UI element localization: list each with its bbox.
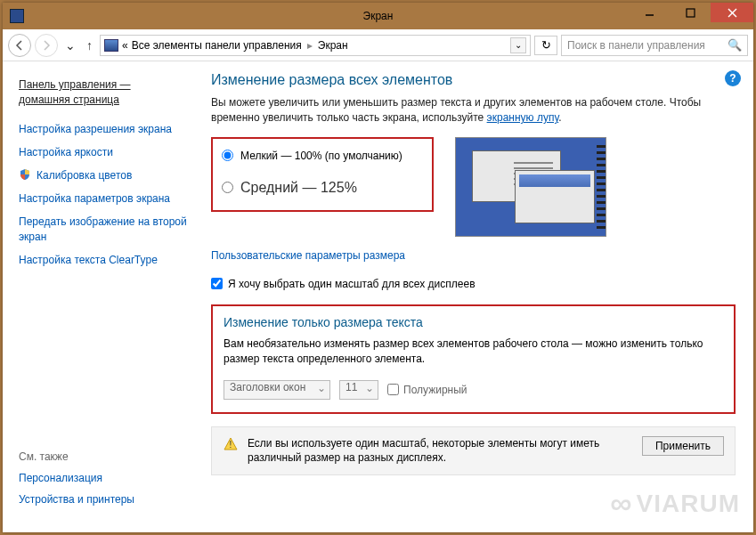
close-button[interactable] <box>711 3 753 22</box>
display-preview <box>455 137 606 237</box>
font-size-select[interactable]: 11 <box>339 380 378 400</box>
bold-checkbox[interactable] <box>387 384 399 395</box>
window-icon <box>10 9 24 23</box>
history-dropdown-icon[interactable]: ⌄ <box>61 38 79 53</box>
radio-small[interactable]: Мелкий — 100% (по умолчанию) <box>222 150 423 162</box>
bold-checkbox-row[interactable]: Полужирный <box>387 384 467 396</box>
refresh-button[interactable]: ↻ <box>534 36 557 55</box>
sidebar-link-resolution[interactable]: Настройка разрешения экрана <box>19 122 191 136</box>
breadcrumb-prefix[interactable]: « <box>122 39 128 52</box>
maximize-button[interactable] <box>670 3 711 22</box>
window-title: Экран <box>363 10 394 22</box>
text-size-heading: Изменение только размера текста <box>224 315 723 329</box>
link-devices-printers[interactable]: Устройства и принтеры <box>19 493 191 506</box>
scale-options-row: Мелкий — 100% (по умолчанию) Средний — 1… <box>211 137 736 237</box>
search-icon[interactable]: 🔍 <box>728 38 742 52</box>
scale-radio-group: Мелкий — 100% (по умолчанию) Средний — 1… <box>211 137 434 212</box>
help-icon[interactable]: ? <box>725 70 741 86</box>
sidebar: Панель управления — домашняя страница На… <box>3 61 199 532</box>
radio-medium[interactable]: Средний — 125% <box>222 180 423 196</box>
shield-icon <box>19 168 31 181</box>
chevron-right-icon: ▸ <box>307 39 313 52</box>
search-input[interactable]: Поиск в панели управления 🔍 <box>561 35 748 56</box>
sidebar-link-project[interactable]: Передать изображение на второй экран <box>19 215 191 243</box>
warning-icon: ! <box>223 436 239 452</box>
breadcrumb-all-items[interactable]: Все элементы панели управления <box>132 39 302 52</box>
minimize-button[interactable] <box>629 3 670 22</box>
text-size-controls: Заголовки окон 11 Полужирный <box>224 380 723 400</box>
warning-text: Если вы используете один масштаб, некото… <box>248 436 633 466</box>
sidebar-link-brightness[interactable]: Настройка яркости <box>19 145 191 159</box>
up-button[interactable]: ↑ <box>83 38 96 53</box>
control-panel-window: Экран ⌄ ↑ « Все элементы панели управлен… <box>3 3 753 532</box>
watermark: ∞ VIARUM <box>610 486 740 521</box>
one-scale-checkbox[interactable] <box>211 278 223 289</box>
apply-button[interactable]: Применить <box>642 436 724 456</box>
page-description: Вы можете увеличить или уменьшить размер… <box>211 95 736 126</box>
sidebar-link-cleartype[interactable]: Настройка текста ClearType <box>19 253 191 267</box>
sidebar-links: Настройка разрешения экрана Настройка яр… <box>19 122 191 276</box>
preview-filmstrip <box>597 145 606 229</box>
main-panel: Изменение размера всех элементов Вы може… <box>199 61 753 532</box>
breadcrumb-display[interactable]: Экран <box>318 39 348 52</box>
one-scale-checkbox-row[interactable]: Я хочу выбрать один масштаб для всех дис… <box>211 278 736 290</box>
see-also-section: См. также Персонализация Устройства и пр… <box>19 450 191 515</box>
magnifier-link[interactable]: экранную лупу <box>487 111 559 124</box>
text-size-section: Изменение только размера текста Вам необ… <box>211 304 736 414</box>
control-panel-home-link[interactable]: Панель управления — домашняя страница <box>19 77 191 108</box>
radio-medium-input[interactable] <box>222 182 233 193</box>
radio-small-input[interactable] <box>222 150 233 161</box>
page-heading: Изменение размера всех элементов <box>211 72 736 88</box>
preview-window-2 <box>515 170 595 223</box>
search-placeholder: Поиск в панели управления <box>567 39 705 52</box>
sidebar-link-params[interactable]: Настройка параметров экрана <box>19 191 191 206</box>
link-personalization[interactable]: Персонализация <box>19 472 191 484</box>
see-also-label: См. также <box>19 450 191 463</box>
toolbar: ⌄ ↑ « Все элементы панели управления ▸ Э… <box>3 29 753 61</box>
forward-button[interactable] <box>35 34 58 57</box>
svg-rect-1 <box>687 9 695 17</box>
titlebar: Экран <box>3 3 753 29</box>
sidebar-link-calibration[interactable]: Калибровка цветов <box>19 168 191 182</box>
watermark-logo-icon: ∞ <box>610 486 632 521</box>
text-size-desc: Вам необязательно изменять размер всех э… <box>224 336 723 368</box>
svg-text:!: ! <box>230 440 232 450</box>
element-select[interactable]: Заголовки окон <box>224 380 330 400</box>
footer-bar: ! Если вы используете один масштаб, неко… <box>211 426 736 476</box>
back-button[interactable] <box>8 34 31 57</box>
address-bar[interactable]: « Все элементы панели управления ▸ Экран… <box>100 35 531 56</box>
custom-size-link[interactable]: Пользовательские параметры размера <box>211 249 405 262</box>
content-body: ? Панель управления — домашняя страница … <box>3 61 753 532</box>
window-controls <box>629 3 753 22</box>
address-dropdown-icon[interactable]: ⌄ <box>510 37 526 53</box>
location-icon <box>104 39 118 52</box>
